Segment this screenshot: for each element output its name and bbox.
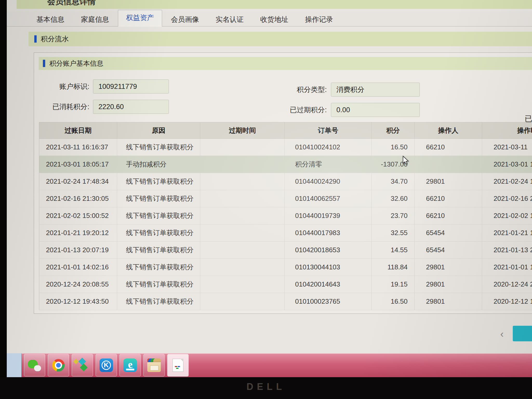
table-row[interactable]: 2021-03-11 16:16:37线下销售订单获取积分01041002410… (39, 139, 532, 156)
cell-points: 32.55 (372, 224, 415, 242)
points-type-field[interactable]: 消费积分 (331, 83, 420, 97)
table-header-row: 过账日期原因过期时间订单号积分操作人操作时间 (39, 122, 532, 139)
cell-expire_time (200, 156, 285, 173)
column-header: 操作人 (415, 122, 482, 139)
taskbar-item-shapes[interactable] (72, 354, 93, 376)
taskbar-item-wechat[interactable] (24, 354, 45, 376)
page-title-banner-cut: 会员信息详情 (17, 0, 532, 9)
consumed-points-label: 已消耗积分: (22, 100, 89, 114)
folder-icon (147, 358, 161, 372)
cell-points: 16.50 (372, 139, 415, 156)
cell-order_no: 010410024102 (285, 139, 372, 156)
taskbar-item-folder[interactable] (143, 354, 165, 376)
k-app-icon (99, 358, 113, 372)
cell-order_no: 010130044103 (285, 259, 372, 276)
tab-5[interactable]: 收货地址 (252, 13, 296, 26)
column-header: 原因 (117, 122, 200, 139)
pagination-current-page-button[interactable] (513, 326, 532, 341)
crm-page: 会员信息详情 基本信息家庭信息权益资产会员画像实名认证收货地址操作记录 积分流水… (7, 0, 532, 353)
page-title: 会员信息详情 (47, 0, 532, 7)
cell-operator: 29801 (415, 173, 482, 190)
cell-points: 118.84 (372, 259, 415, 276)
pagination-prev-button[interactable]: ‹ (500, 326, 504, 342)
tab-2-active[interactable]: 权益资产 (118, 10, 162, 27)
expired-points-field[interactable]: 0.00 (331, 103, 420, 117)
cell-post_date: 2021-02-16 21:30:05 (39, 190, 117, 207)
cell-operator: 29801 (415, 293, 482, 310)
section-title: 积分流水 (41, 34, 69, 44)
taskbar-item-document[interactable] (167, 354, 189, 376)
cell-expire_time (200, 259, 285, 276)
cell-post_date: 2020-12-12 19:43:50 (39, 293, 117, 310)
points-type-label: 积分类型: (277, 83, 327, 97)
wechat-icon (28, 358, 41, 372)
cell-post_date: 2021-02-24 17:48:34 (39, 173, 117, 190)
section-header-points-flow: 积分流水 (29, 32, 532, 46)
cell-expire_time (200, 224, 285, 242)
table-row[interactable]: 2021-01-13 20:07:19线下销售订单获取积分01042001865… (39, 242, 532, 259)
tab-1[interactable]: 家庭信息 (73, 13, 117, 26)
e-app-icon (123, 358, 137, 372)
cell-reason: 线下销售订单获取积分 (117, 190, 200, 207)
cell-operator: 65454 (415, 224, 482, 242)
taskbar-item-e-app[interactable] (119, 354, 141, 376)
cell-expire_time (200, 139, 285, 156)
cell-points: 19.15 (372, 276, 415, 293)
column-header: 积分 (372, 122, 415, 139)
cell-operator: 66210 (415, 190, 482, 207)
background-window-edge (7, 353, 22, 377)
taskbar-icons (24, 354, 189, 376)
consumed-points-value: 2220.60 (93, 100, 169, 114)
table-row[interactable]: 2021-01-01 14:02:16线下销售订单获取积分01013004410… (39, 259, 532, 276)
cell-reason: 线下销售订单获取积分 (117, 173, 200, 190)
cell-order_no: 010100023765 (285, 293, 372, 310)
shapes-icon (76, 358, 89, 372)
expired-points-value: 0.00 (331, 103, 420, 117)
cell-op_time: 2021-01-01 14 (482, 259, 532, 276)
cell-expire_time (200, 190, 285, 207)
cell-op_time: 2021-02-02 1 (482, 207, 532, 224)
panel-header: 积分账户基本信息 (39, 57, 532, 70)
cell-post_date: 2021-03-01 18:05:17 (39, 156, 117, 173)
cell-points: 23.70 (372, 207, 415, 224)
table-row[interactable]: 2021-03-01 18:05:17手动扣减积分积分清零-1307.00202… (39, 156, 532, 173)
cell-order_no: 010140062557 (285, 190, 372, 207)
consumed-points-field[interactable]: 2220.60 (93, 100, 169, 114)
cell-reason: 线下销售订单获取积分 (117, 207, 200, 224)
cell-operator: 66210 (415, 207, 482, 224)
table-row[interactable]: 2020-12-24 20:08:55线下销售订单获取积分01042001464… (39, 276, 532, 293)
panel-title: 积分账户基本信息 (49, 59, 103, 68)
table-row[interactable]: 2020-12-12 19:43:50线下销售订单获取积分01010002376… (39, 293, 532, 310)
tab-3[interactable]: 会员画像 (163, 13, 207, 26)
cell-op_time: 2021-03-11 (482, 139, 532, 156)
cell-order_no: 010420014643 (285, 276, 372, 293)
table-row[interactable]: 2021-01-21 19:20:12线下销售订单获取积分01044001798… (39, 224, 532, 242)
expired-points-label: 已过期积分: (269, 103, 327, 117)
cell-order_no: 积分清零 (285, 156, 372, 173)
cell-expire_time (200, 173, 285, 190)
cell-reason: 线下销售订单获取积分 (117, 242, 200, 259)
account-id-label: 账户标识: (32, 79, 89, 94)
table-row[interactable]: 2021-02-16 21:30:05线下销售订单获取积分01014006255… (39, 190, 532, 207)
taskbar-item-chrome[interactable] (48, 354, 69, 376)
column-header: 订单号 (285, 122, 372, 139)
points-type-value: 消费积分 (331, 83, 420, 96)
monitor-bezel-bottom: DELL (0, 377, 532, 399)
tab-bar: 基本信息家庭信息权益资产会员画像实名认证收货地址操作记录 (7, 11, 532, 26)
table-row[interactable]: 2021-02-02 15:00:52线下销售订单获取积分01044001973… (39, 207, 532, 224)
cell-points: 16.50 (372, 293, 415, 310)
cell-reason: 线下销售订单获取积分 (117, 293, 200, 310)
table-row[interactable]: 2021-02-24 17:48:34线下销售订单获取积分01044002429… (39, 173, 532, 190)
tab-6[interactable]: 操作记录 (297, 13, 341, 26)
cell-reason: 线下销售订单获取积分 (117, 224, 200, 242)
cell-op_time: 2021-02-24 1 (482, 173, 532, 190)
cell-op_time: 2021-01-13 20 (482, 242, 532, 259)
cell-points: 34.70 (372, 173, 415, 190)
cell-order_no: 010440024290 (285, 173, 372, 190)
cell-expire_time (200, 293, 285, 310)
account-id-field[interactable]: 1009211779 (93, 79, 169, 94)
cell-reason: 线下销售订单获取积分 (117, 276, 200, 293)
taskbar-item-k-app[interactable] (96, 354, 117, 376)
tab-0[interactable]: 基本信息 (29, 13, 72, 26)
tab-4[interactable]: 实名认证 (208, 13, 251, 26)
